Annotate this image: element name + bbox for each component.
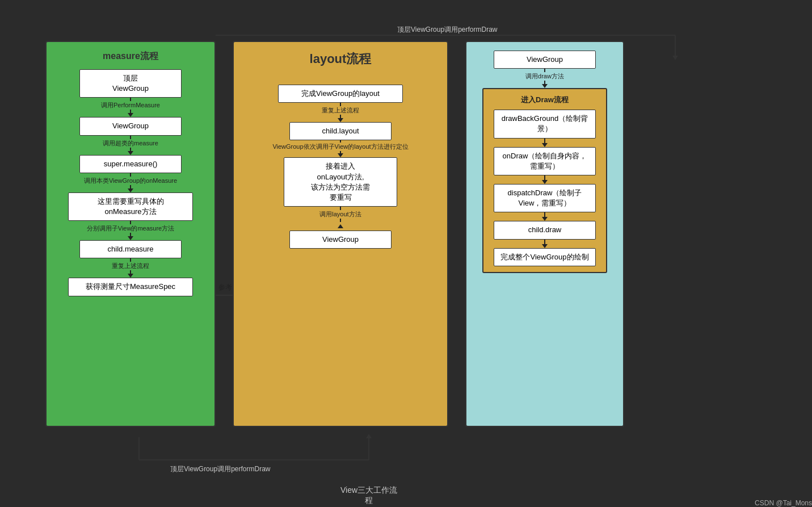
- layout-arrow3: 调用layout方法: [319, 207, 361, 231]
- arrow5-head: [128, 274, 133, 278]
- d-arrow5-head: [542, 244, 548, 248]
- onlayout-box: 接着进入onLayout方法,该方法为空方法需要重写: [284, 157, 397, 207]
- layout-arrow3-head: [338, 224, 343, 228]
- arrow5: 重复上述流程: [112, 258, 149, 278]
- arrow2: 调用超类的measure: [103, 136, 158, 155]
- child-layout-box: child.layout: [289, 122, 392, 140]
- vg-call-layout-label: ViewGroup依次调用子View的layout方法进行定位: [272, 143, 408, 151]
- onmeasure-impl-box: 这里需要重写具体的onMeasure方法: [68, 192, 193, 221]
- draw-bg-box: drawBackGround（绘制背景）: [494, 110, 596, 138]
- call-layout-label: 调用layout方法: [319, 210, 361, 219]
- layout-arrow1-head: [338, 118, 343, 122]
- repeat-label-m: 重复上述流程: [112, 262, 149, 270]
- arrow1: 调用PerformMeasure: [101, 98, 160, 117]
- measure-title: measure流程: [103, 51, 158, 62]
- on-draw-box: onDraw（绘制自身内容，需重写）: [494, 147, 596, 175]
- layout-arrow2: ViewGroup依次调用子View的layout方法进行定位: [272, 140, 408, 157]
- bottom-title2: 程: [365, 496, 373, 505]
- repeat-label-l: 重复上述流程: [322, 106, 359, 115]
- svg-marker-6: [366, 434, 372, 438]
- arrow4-head: [128, 236, 133, 240]
- inner-draw-box: 进入Draw流程 drawBackGround（绘制背景） onDraw（绘制自…: [482, 88, 607, 273]
- layout-arrow2-head: [338, 153, 343, 157]
- draw-flow: ViewGroup 调用draw方法 进入Draw流程 drawBackGrou…: [465, 41, 624, 427]
- d-arrow5: [542, 240, 548, 248]
- viewgroup-box2: ViewGroup: [79, 117, 182, 135]
- call-child-measure-label: 分别调用子View的measure方法: [87, 224, 174, 233]
- call-onmeasure-label: 调用本类ViewGroup的onMeasure: [84, 177, 177, 185]
- get-measurespec-box: 获得测量尺寸MeasureSpec: [68, 278, 193, 296]
- call-pm-label: 调用PerformMeasure: [101, 101, 160, 110]
- layout-arrow1: 重复上述流程: [322, 103, 359, 122]
- d-arrow3-head: [542, 180, 548, 184]
- draw-arrow1: 调用draw方法: [525, 69, 564, 88]
- complete-vg-layout-box: 完成ViewGroup的layout: [278, 85, 403, 103]
- layout-flow: layout流程 完成ViewGroup的layout 重复上述流程 child…: [233, 41, 448, 427]
- child-draw-box: child.draw: [494, 221, 596, 239]
- flows-row: measure流程 顶层ViewGroup 调用PerformMeasure V…: [45, 41, 784, 427]
- arrow2-head: [128, 151, 133, 155]
- vg-draw-box: ViewGroup: [494, 51, 596, 69]
- d-arrow2: [542, 139, 548, 147]
- draw-arrow1-head: [542, 84, 548, 88]
- bottom-arrow-label: 顶层ViewGroup调用performDraw: [170, 465, 271, 473]
- complete-draw-box: 完成整个ViewGroup的绘制: [494, 248, 596, 266]
- super-measure-box: super.measure(): [79, 155, 182, 173]
- bottom-title: View三大工作流: [340, 485, 397, 495]
- arrow4: 分别调用子View的measure方法: [87, 221, 174, 240]
- vg-bottom-box: ViewGroup: [289, 231, 392, 249]
- arrow3: 调用本类ViewGroup的onMeasure: [84, 173, 177, 192]
- arrow1-head: [128, 113, 133, 117]
- arrow3-head: [128, 188, 133, 192]
- call-draw-label: 调用draw方法: [525, 72, 564, 81]
- d-arrow4: [542, 212, 548, 221]
- diagram-container: 顶层ViewGroup调用performDraw 顶层ViewGroup调用pe…: [17, 6, 806, 501]
- watermark: CSDN @Tai_Monster: [755, 499, 812, 507]
- enter-draw-label: 进入Draw流程: [521, 95, 569, 105]
- layout-title: layout流程: [310, 51, 372, 68]
- d-arrow4-head: [542, 217, 548, 221]
- measure-flow: measure流程 顶层ViewGroup 调用PerformMeasure V…: [45, 41, 216, 427]
- d-arrow3: [542, 175, 548, 184]
- d-arrow2-head: [542, 143, 548, 147]
- child-measure-box: child.measure: [79, 240, 182, 258]
- dispatch-draw-box: dispatchDraw（绘制子View，需重写）: [494, 184, 596, 212]
- top-viewgroup-box: 顶层ViewGroup: [79, 69, 182, 98]
- call-super-label: 调用超类的measure: [103, 139, 158, 148]
- top-arrow-label: 顶层ViewGroup调用performDraw: [397, 26, 498, 33]
